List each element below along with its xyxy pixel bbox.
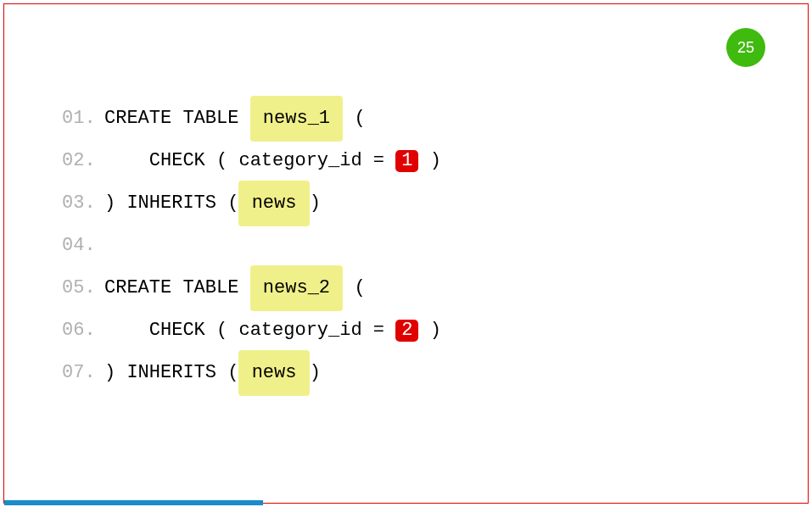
line-number: 04.	[62, 225, 104, 267]
line-number: 01.	[62, 98, 104, 140]
code-line: 05.CREATE TABLE news_2 (	[62, 267, 750, 309]
code-text: CREATE TABLE	[104, 267, 250, 309]
code-text: )	[418, 309, 440, 352]
highlight-table-name: news	[238, 181, 309, 226]
code-line: 01.CREATE TABLE news_1 (	[62, 98, 750, 140]
code-line: 02. CHECK ( category_id = 1 )	[62, 140, 750, 182]
line-number: 03.	[62, 182, 104, 225]
code-content: CREATE TABLE news_2 (	[104, 265, 366, 311]
slide-number-badge: 25	[726, 28, 765, 67]
code-text: (	[343, 98, 365, 140]
highlight-table-name: news_2	[250, 265, 344, 311]
code-content: CHECK ( category_id = 1 )	[104, 140, 441, 182]
code-text: )	[310, 182, 321, 225]
code-line: 03.) INHERITS ( news )	[62, 182, 750, 225]
highlight-value: 2	[395, 320, 418, 342]
highlight-table-name: news	[238, 350, 309, 396]
code-text: ) INHERITS (	[104, 352, 238, 394]
highlight-table-name: news_1	[250, 96, 344, 142]
highlight-value: 1	[395, 150, 418, 172]
code-block: 01.CREATE TABLE news_1 (02. CHECK ( cate…	[62, 98, 750, 394]
code-text: ) INHERITS (	[104, 182, 238, 225]
code-line: 04.	[62, 225, 750, 267]
code-text: CHECK ( category_id =	[104, 140, 395, 182]
line-number: 02.	[62, 140, 104, 182]
line-number: 07.	[62, 352, 104, 394]
code-content: CREATE TABLE news_1 (	[104, 96, 366, 142]
progress-bar	[4, 500, 263, 505]
line-number: 06.	[62, 309, 104, 352]
code-text: CREATE TABLE	[104, 98, 250, 140]
code-text: )	[418, 140, 440, 182]
code-content: CHECK ( category_id = 2 )	[104, 309, 441, 352]
code-text: CHECK ( category_id =	[104, 309, 395, 352]
code-text: )	[310, 352, 321, 394]
line-number: 05.	[62, 267, 104, 309]
code-content: ) INHERITS ( news )	[104, 181, 321, 226]
code-line: 07.) INHERITS ( news )	[62, 352, 750, 394]
code-text: (	[343, 267, 365, 309]
code-line: 06. CHECK ( category_id = 2 )	[62, 309, 750, 352]
code-content: ) INHERITS ( news )	[104, 350, 321, 396]
slide-frame: 25 01.CREATE TABLE news_1 (02. CHECK ( c…	[3, 3, 809, 504]
